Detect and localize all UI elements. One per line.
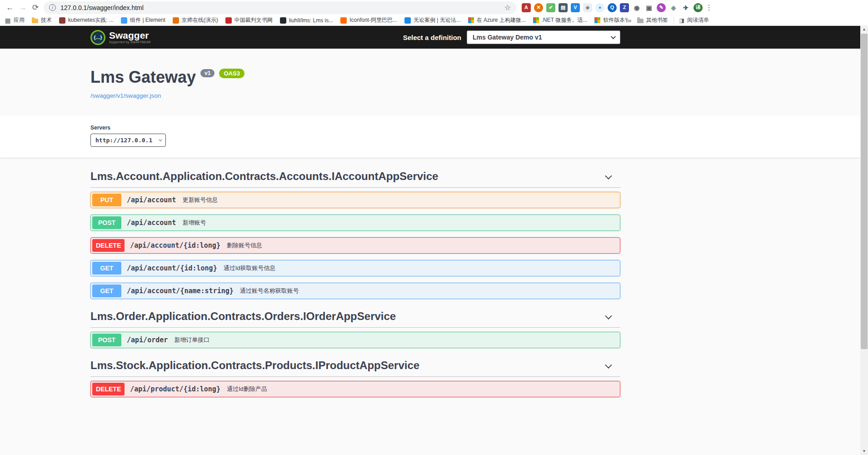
- forward-icon[interactable]: →: [16, 1, 29, 14]
- scroll-up-icon[interactable]: ▲: [860, 25, 868, 33]
- bookmark-favicon: [340, 17, 347, 24]
- bookmark-favicon: [173, 17, 179, 24]
- api-title-text: Lms Gateway: [90, 68, 196, 87]
- bookmark-item[interactable]: 技术: [32, 16, 52, 24]
- bookmark-item[interactable]: liuhll/lms: Lms is...: [280, 17, 333, 24]
- bookmarks-list: ▦应用技术kubernetes实践: ...组件 | Element京师在线(演…: [5, 16, 628, 24]
- section-header[interactable]: Lms.Account.Application.Contracts.Accoun…: [90, 165, 620, 188]
- bookmark-label: Iconfont-阿里巴巴...: [349, 16, 397, 24]
- chevron-down-icon: [611, 34, 616, 39]
- definition-select[interactable]: Lms Gateway Demo v1: [467, 30, 620, 44]
- section-header[interactable]: Lms.Order.Application.Contracts.Orders.I…: [90, 305, 620, 328]
- rocket-extension-icon[interactable]: ✈: [681, 3, 690, 12]
- bookmark-label: .NET 微服务。适...: [542, 16, 587, 24]
- diamond-extension-icon[interactable]: ◈: [669, 3, 678, 12]
- blocker-extension-icon[interactable]: ✕: [534, 3, 543, 12]
- bookmark-label: 无讼案例 | 无讼法...: [414, 16, 461, 24]
- bookmark-label: 中国裁判文书网: [234, 16, 273, 24]
- bookmark-label: 应用: [14, 16, 25, 24]
- pin-extension-icon[interactable]: ◉: [632, 3, 641, 12]
- bookmark-item[interactable]: 组件 | Element: [121, 16, 165, 24]
- v-extension-icon[interactable]: V: [571, 3, 580, 12]
- bookmark-item[interactable]: .NET 微服务。适...: [533, 16, 587, 24]
- bookmark-favicon: [59, 17, 65, 24]
- back-icon[interactable]: ←: [4, 1, 16, 14]
- operation-list: PUT /api/account 更新账号信息 POST /api/accoun…: [90, 192, 620, 299]
- translate-extension-icon[interactable]: 译: [693, 3, 703, 12]
- bookmark-favicon: [225, 17, 232, 24]
- bookmark-star-icon[interactable]: ☆: [504, 3, 511, 12]
- servers-select[interactable]: http://127.0.0.1: [90, 134, 166, 147]
- api-section: Lms.Order.Application.Contracts.Orders.I…: [90, 305, 620, 348]
- browser-menu-icon[interactable]: ⋮: [703, 1, 715, 14]
- z-extension-icon[interactable]: Z: [620, 3, 629, 12]
- servers-section: Servers http://127.0.0.1: [0, 115, 868, 158]
- blue-dot-extension-icon[interactable]: ●: [595, 3, 604, 12]
- extensions-tray: A✕✔▤V◆●QZ◉▣✎◈✈译: [522, 3, 703, 12]
- bookmark-favicon: [594, 17, 600, 23]
- bookmarks-overflow-icon[interactable]: »: [628, 16, 631, 24]
- adguard-extension-icon[interactable]: ✔: [546, 3, 555, 12]
- method-badge: DELETE: [92, 239, 125, 252]
- chevron-down-icon: [159, 138, 162, 141]
- axure-extension-icon[interactable]: A: [522, 3, 531, 12]
- swagger-logo[interactable]: {…} Swagger Supported by SMARTBEAR: [90, 30, 151, 45]
- bookmark-item[interactable]: 软件版本管理中的...: [594, 16, 628, 24]
- op-path: /api/account/{id:long}: [130, 241, 220, 250]
- op-path: /api/account: [127, 219, 176, 227]
- reading-list-label: 阅读清单: [687, 16, 709, 24]
- url-text: 127.0.0.1/swagger/index.html: [60, 4, 504, 11]
- bookmark-item[interactable]: 在 Azure 上构建微...: [468, 16, 526, 24]
- operation-row[interactable]: PUT /api/account 更新账号信息: [90, 192, 620, 208]
- chevron-down-icon: [605, 361, 612, 369]
- reading-list-icon: ◨: [679, 17, 684, 24]
- bookmark-item[interactable]: Iconfont-阿里巴巴...: [340, 16, 397, 24]
- reload-icon[interactable]: ⟳: [29, 1, 42, 14]
- page-scrollbar[interactable]: ▲ ▼: [860, 25, 868, 455]
- operation-row[interactable]: POST /api/order 新增订单接口: [90, 332, 620, 348]
- api-info: Lms Gateway v1 OAS3 /swagger/v1/swagger.…: [90, 49, 620, 115]
- shield-extension-icon[interactable]: ◆: [583, 3, 592, 12]
- other-bookmarks[interactable]: 其他书签: [637, 16, 668, 24]
- address-bar[interactable]: i 127.0.0.1/swagger/index.html ☆: [44, 1, 516, 14]
- select-definition-label: Select a definition: [403, 34, 461, 41]
- method-badge: POST: [92, 216, 121, 229]
- section-header[interactable]: Lms.Stock.Application.Contracts.Products…: [90, 355, 620, 377]
- operation-row[interactable]: POST /api/account 新增账号: [90, 215, 620, 231]
- bookmark-item[interactable]: 无讼案例 | 无讼法...: [404, 16, 461, 24]
- bookmarks-right: » 其他书签 ◨ 阅读清单: [628, 16, 709, 24]
- op-path: /api/account/{id:long}: [127, 264, 217, 272]
- reading-list[interactable]: ◨ 阅读清单: [679, 16, 709, 24]
- bookmark-item[interactable]: 京师在线(演示): [173, 16, 218, 24]
- bookmark-item[interactable]: kubernetes实践: ...: [59, 16, 114, 24]
- scroll-down-icon[interactable]: ▼: [860, 447, 868, 455]
- servers-label: Servers: [90, 125, 620, 131]
- operation-row[interactable]: DELETE /api/account/{id:long} 删除账号信息: [90, 237, 620, 254]
- operation-row[interactable]: DELETE /api/product/{id:long} 通过Id删除产品: [90, 381, 620, 397]
- bookmark-favicon: [533, 17, 539, 23]
- browser-toolbar: ← → ⟳ i 127.0.0.1/swagger/index.html ☆ A…: [0, 0, 868, 15]
- search-q-extension-icon[interactable]: Q: [608, 3, 617, 12]
- api-section: Lms.Stock.Application.Contracts.Products…: [90, 355, 620, 397]
- chevron-down-icon: [605, 172, 612, 180]
- version-badge: v1: [200, 69, 215, 77]
- bookmark-label: kubernetes实践: ...: [68, 16, 114, 24]
- bookmarks-bar: ▦应用技术kubernetes实践: ...组件 | Element京师在线(演…: [0, 15, 868, 26]
- bookmark-label: 组件 | Element: [130, 16, 165, 24]
- operation-row[interactable]: GET /api/account/{name:string} 通过账号名称获取账…: [90, 283, 620, 299]
- swagger-page: {…} Swagger Supported by SMARTBEAR Selec…: [0, 26, 868, 455]
- site-info-icon[interactable]: i: [49, 4, 56, 11]
- section-title: Lms.Account.Application.Contracts.Accoun…: [90, 170, 438, 183]
- bookmark-item[interactable]: ▦应用: [5, 16, 25, 24]
- spec-link[interactable]: /swagger/v1/swagger.json: [90, 92, 161, 99]
- section-title: Lms.Order.Application.Contracts.Orders.I…: [90, 310, 396, 323]
- op-summary: 通过Id删除产品: [227, 385, 267, 393]
- operation-row[interactable]: GET /api/account/{id:long} 通过Id获取账号信息: [90, 260, 620, 276]
- method-badge: PUT: [92, 194, 121, 206]
- screenshot-extension-icon[interactable]: ▣: [644, 3, 653, 12]
- method-badge: POST: [92, 334, 121, 346]
- pen-extension-icon[interactable]: ✎: [657, 3, 666, 12]
- scrollbar-thumb[interactable]: [861, 34, 868, 349]
- bookmark-item[interactable]: 中国裁判文书网: [225, 16, 273, 24]
- clipboard-extension-icon[interactable]: ▤: [559, 3, 568, 12]
